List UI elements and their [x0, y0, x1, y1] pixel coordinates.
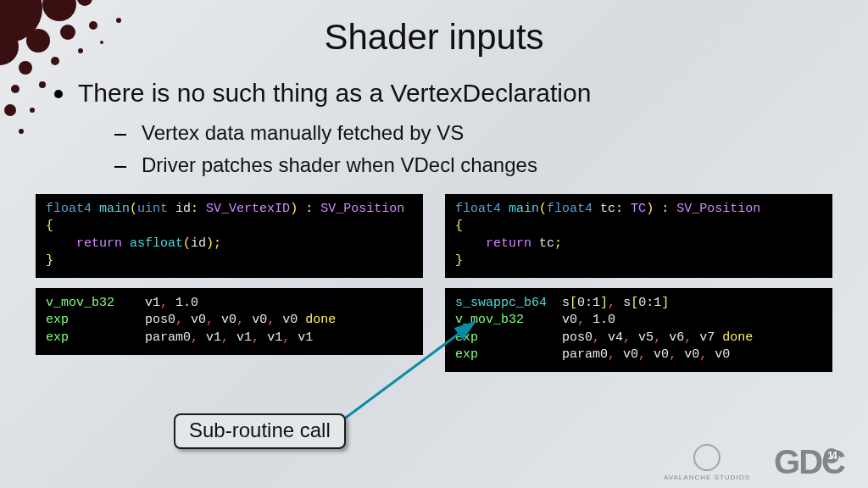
sub-bullet: Driver patches shader when VDecl changes [114, 153, 834, 177]
token: , [577, 313, 593, 327]
token: v1 [206, 330, 221, 345]
token: { [455, 219, 463, 233]
token: param0 [145, 330, 191, 345]
token: v0 [191, 313, 206, 327]
token [524, 313, 562, 327]
token: id [168, 202, 191, 216]
sub-bullet-text: Driver patches shader when VDecl changes [142, 153, 537, 177]
token: pos0 [562, 330, 593, 345]
token: uint [137, 202, 168, 216]
token: : [615, 202, 631, 216]
token [69, 330, 145, 345]
dash-icon [114, 134, 126, 136]
token [478, 347, 562, 362]
sub-bullet: Vertex data manually fetched by VS [114, 121, 834, 145]
token: TC [631, 202, 646, 216]
token: v1 [145, 296, 160, 310]
token: s_swappc_b64 [455, 296, 547, 310]
token: v0 [252, 313, 267, 327]
token: ) [646, 202, 661, 216]
token: , [623, 330, 638, 345]
token: v_mov_b32 [46, 296, 114, 310]
token: ( [539, 202, 547, 216]
token: [ [631, 296, 638, 310]
token: exp [46, 313, 69, 327]
token: ] [661, 296, 669, 310]
token: v7 [699, 330, 715, 345]
token: , [221, 330, 236, 345]
token: done [298, 313, 336, 327]
token: asfloat [130, 236, 183, 251]
token: ] [600, 296, 608, 310]
token: , [175, 313, 191, 327]
token: v0 [562, 313, 577, 327]
gdc-year-badge: 14 [824, 448, 839, 463]
token: v0 [684, 347, 699, 362]
token: SV_Position [320, 202, 404, 216]
token: exp [46, 330, 69, 345]
token: s [562, 296, 570, 310]
token: ( [130, 202, 137, 216]
token: , [593, 330, 608, 345]
sub-bullet-list: Vertex data manually fetched by VS Drive… [114, 121, 834, 177]
token: ) [290, 202, 305, 216]
token [478, 330, 562, 345]
token: param0 [562, 347, 608, 362]
token: s [623, 296, 631, 310]
token: v1 [267, 330, 282, 345]
token: v0 [221, 313, 236, 327]
slide-container: Shader inputs There is no such thing as … [0, 0, 868, 488]
slide-title: Shader inputs [34, 17, 834, 58]
token: , [236, 313, 252, 327]
code-column-right: float4 main(float4 tc: TC) : SV_Position… [445, 194, 832, 372]
token: ; [554, 236, 562, 251]
token: : [661, 202, 676, 216]
token: , [608, 347, 623, 362]
token: 0:1 [577, 296, 600, 310]
token [114, 296, 145, 310]
token: } [46, 253, 53, 268]
token: , [638, 347, 654, 362]
token: , [608, 296, 623, 310]
token: main [509, 202, 539, 216]
token: v0 [623, 347, 638, 362]
token: v0 [715, 347, 730, 362]
token: v0 [654, 347, 669, 362]
code-block-hlsl-right: float4 main(float4 tc: TC) : SV_Position… [445, 194, 832, 278]
token: pos0 [145, 313, 175, 327]
code-column-left: float4 main(uint id: SV_VertexID) : SV_P… [36, 194, 423, 372]
token: , [252, 330, 267, 345]
token: tc [539, 236, 554, 251]
token: return [46, 236, 130, 251]
token: , [206, 313, 221, 327]
token: 0:1 [638, 296, 661, 310]
token: exp [455, 330, 478, 345]
token: , [699, 347, 715, 362]
dash-icon [114, 166, 126, 168]
sub-bullet-text: Vertex data manually fetched by VS [142, 121, 464, 145]
token: main [99, 202, 130, 216]
token: 1.0 [593, 313, 615, 327]
token: tc [593, 202, 615, 216]
token: v4 [608, 330, 623, 345]
token: , [160, 296, 175, 310]
token: float4 [547, 202, 593, 216]
token: return [455, 236, 539, 251]
token: id [191, 236, 206, 251]
token: , [684, 330, 699, 345]
token [69, 313, 145, 327]
token: : [191, 202, 206, 216]
code-columns: float4 main(uint id: SV_VertexID) : SV_P… [34, 194, 834, 372]
token: , [191, 330, 206, 345]
token: , [669, 347, 684, 362]
token: v5 [638, 330, 654, 345]
token: [ [570, 296, 577, 310]
footer-logos: AVALANCHE STUDIOS GDC14 [664, 443, 844, 481]
token: : [305, 202, 320, 216]
token [547, 296, 562, 310]
token: SV_Position [676, 202, 760, 216]
token: , [282, 330, 298, 345]
token: 1.0 [175, 296, 198, 310]
main-bullet: There is no such thing as a VertexDeclar… [54, 76, 834, 109]
token: done [715, 330, 753, 345]
